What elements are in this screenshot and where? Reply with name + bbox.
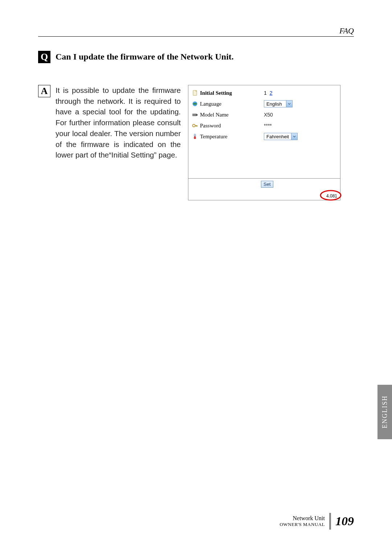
key-icon — [192, 123, 198, 128]
pager-next-link[interactable]: 2 — [270, 90, 273, 96]
temperature-dropdown[interactable]: Fahrenheit — [264, 133, 298, 140]
answer-row: A It is possible to update the firmware … — [38, 85, 354, 200]
set-button[interactable]: Set — [261, 181, 273, 188]
language-side-tab: ENGLISH — [377, 385, 392, 439]
settings-panel: Initial Setting 1 2 — [188, 85, 340, 200]
chevron-down-icon — [291, 133, 297, 140]
chevron-down-icon — [286, 101, 292, 107]
settings-title: Initial Setting — [200, 90, 232, 96]
model-label: Model Name — [200, 112, 229, 118]
page-icon — [192, 90, 198, 96]
svg-point-3 — [196, 114, 198, 116]
language-dropdown[interactable]: English — [264, 100, 293, 107]
version-highlight-circle — [319, 189, 342, 201]
page-footer: Network Unit OWNER'S MANUAL 109 — [279, 513, 354, 530]
language-value: English — [264, 101, 286, 107]
q-badge: Q — [38, 51, 50, 63]
model-value: X50 — [264, 112, 273, 118]
language-label: Language — [200, 101, 221, 107]
answer-text: It is possible to update the firmware th… — [56, 85, 181, 200]
projector-icon — [192, 112, 198, 118]
svg-rect-7 — [195, 136, 195, 138]
footer-product: Network Unit — [279, 515, 325, 522]
svg-point-8 — [320, 191, 341, 200]
a-badge: A — [38, 85, 50, 97]
temperature-value: Fahrenheit — [264, 134, 291, 139]
password-label: Password — [200, 123, 221, 129]
pager-current: 1 — [264, 90, 267, 96]
globe-icon — [192, 101, 198, 107]
pager: 1 2 — [264, 90, 272, 96]
page-number: 109 — [335, 514, 354, 528]
header-rule — [38, 36, 354, 37]
svg-point-4 — [193, 125, 195, 127]
thermometer-icon — [192, 134, 198, 139]
footer-divider — [329, 513, 331, 530]
header-faq: FAQ — [339, 26, 354, 36]
temperature-label: Temperature — [200, 134, 228, 140]
question-row: Q Can I update the firmware of the Netwo… — [38, 51, 354, 63]
question-text: Can I update the firmware of the Network… — [56, 51, 234, 62]
footer-manual: OWNER'S MANUAL — [279, 522, 325, 527]
password-value: **** — [264, 123, 272, 128]
